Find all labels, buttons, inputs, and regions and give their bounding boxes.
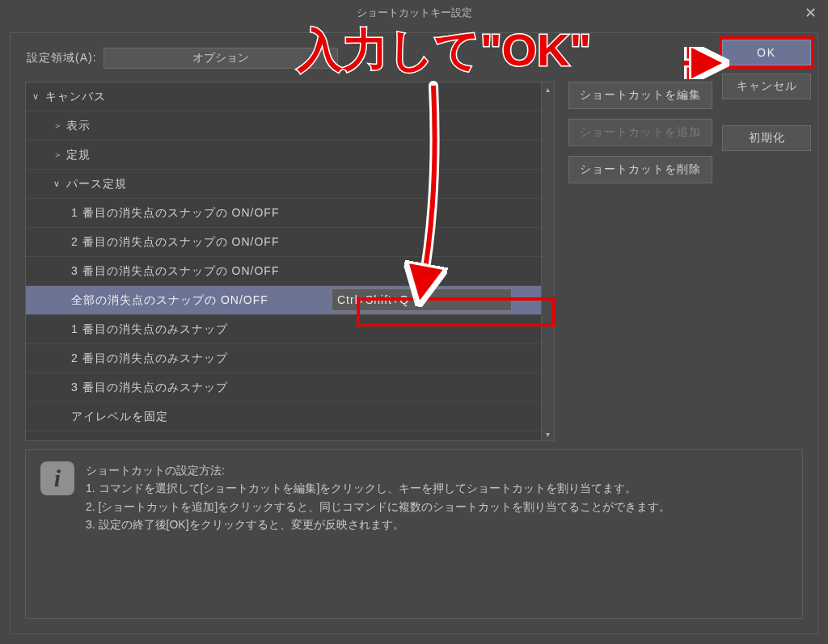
chevron-right-icon: ＞ xyxy=(53,149,66,161)
dialog-buttons: OK キャンセル 初期化 xyxy=(722,40,811,151)
tree-row[interactable]: ∨ パース定規 xyxy=(26,170,541,199)
tree-label: アイレベルを固定 xyxy=(71,410,168,424)
tree-label: 1 番目の消失点のみスナップ xyxy=(71,322,228,337)
area-label: 設定領域(A): xyxy=(27,51,97,65)
tree-row[interactable]: アイレベルを固定 xyxy=(26,402,541,431)
tree-label: 3 番目の消失点のみスナップ xyxy=(71,381,228,395)
shortcut-value: Ctrl+Shift+Q xyxy=(337,293,409,306)
shortcut-input[interactable]: Ctrl+Shift+Q xyxy=(332,288,512,311)
close-icon[interactable]: ✕ xyxy=(792,0,828,26)
tree-row[interactable]: 2 番目の消失点のスナップの ON/OFF xyxy=(26,228,541,257)
tree-label: 定規 xyxy=(66,148,91,162)
scroll-up-icon[interactable]: ▴ xyxy=(542,82,554,95)
tree-row[interactable]: 3 番目の消失点のみスナップ xyxy=(26,373,541,402)
info-panel: i ショートカットの設定方法: 1. コマンドを選択して[ショートカットを編集]… xyxy=(25,449,803,619)
dialog-title: ショートカットキー設定 xyxy=(357,6,472,20)
reset-button[interactable]: 初期化 xyxy=(722,125,811,151)
tree-label: 1 番目の消失点のスナップの ON/OFF xyxy=(71,206,279,221)
cancel-button[interactable]: キャンセル xyxy=(722,74,811,99)
info-line: 1. コマンドを選択して[ショートカットを編集]をクリックし、キーを押してショー… xyxy=(86,479,670,497)
tree-row[interactable]: 2 番目の消失点のみスナップ xyxy=(26,344,541,373)
tree-container: ∨ キャンバス ＞ 表示 ＞ 定規 ∨ パース定規 1 番目の消失点のスナップの… xyxy=(25,82,555,441)
tree-label: パース定規 xyxy=(66,177,127,192)
tree-label: 全部の消失点のスナップの ON/OFF xyxy=(71,293,268,308)
tree-row[interactable]: 1 番目の消失点のみスナップ xyxy=(26,315,541,344)
tree-row-root[interactable]: ∨ キャンバス xyxy=(26,82,541,112)
scrollbar[interactable]: ▴ ▾ xyxy=(541,82,554,440)
shortcut-action-buttons: ショートカットを編集 ショートカットを追加 ショートカットを削除 xyxy=(568,82,712,183)
info-line: 2. [ショートカットを追加]をクリックすると、同じコマンドに複数のショートカッ… xyxy=(86,498,670,516)
edit-shortcut-button[interactable]: ショートカットを編集 xyxy=(568,82,712,109)
tree-label: 表示 xyxy=(66,119,91,133)
tree-label: 2 番目の消失点のみスナップ xyxy=(71,351,228,366)
delete-shortcut-button[interactable]: ショートカットを削除 xyxy=(568,156,712,183)
add-shortcut-button: ショートカットを追加 xyxy=(568,119,712,146)
info-title: ショートカットの設定方法: xyxy=(86,461,670,479)
tree-row[interactable]: ＞ 定規 xyxy=(26,141,541,170)
ok-button[interactable]: OK xyxy=(722,40,811,65)
tree-label: 3 番目の消失点のスナップの ON/OFF xyxy=(71,264,279,279)
tree-row[interactable]: 1 番目の消失点のスナップの ON/OFF xyxy=(26,199,541,228)
info-text: ショートカットの設定方法: 1. コマンドを選択して[ショートカットを編集]をク… xyxy=(86,461,670,607)
tree-row[interactable]: 3 番目の消失点のスナップの ON/OFF xyxy=(26,257,541,286)
chevron-down-icon: ∨ xyxy=(53,179,66,189)
tree-label: キャンバス xyxy=(45,90,106,104)
chevron-down-icon: ∨ xyxy=(32,91,45,102)
scroll-down-icon[interactable]: ▾ xyxy=(542,427,554,440)
area-select-value: オプション xyxy=(192,51,249,65)
area-select[interactable]: オプション ▾ xyxy=(104,48,338,69)
dialog-body: 設定領域(A): オプション ▾ ∨ キャンバス ＞ 表示 ＞ 定規 ∨ パース… xyxy=(10,32,818,634)
chevron-right-icon: ＞ xyxy=(53,120,66,132)
command-tree[interactable]: ∨ キャンバス ＞ 表示 ＞ 定規 ∨ パース定規 1 番目の消失点のスナップの… xyxy=(26,82,541,440)
area-row: 設定領域(A): オプション ▾ xyxy=(27,48,338,69)
tree-row[interactable]: ＞ 表示 xyxy=(26,112,541,141)
info-line: 3. 設定の終了後[OK]をクリックすると、変更が反映されます。 xyxy=(86,516,670,533)
info-icon: i xyxy=(40,461,74,495)
titlebar: ショートカットキー設定 ✕ xyxy=(0,0,828,26)
tree-label: 2 番目の消失点のスナップの ON/OFF xyxy=(71,235,279,250)
chevron-down-icon: ▾ xyxy=(328,54,332,63)
tree-row-selected[interactable]: 全部の消失点のスナップの ON/OFF Ctrl+Shift+Q xyxy=(26,286,541,315)
